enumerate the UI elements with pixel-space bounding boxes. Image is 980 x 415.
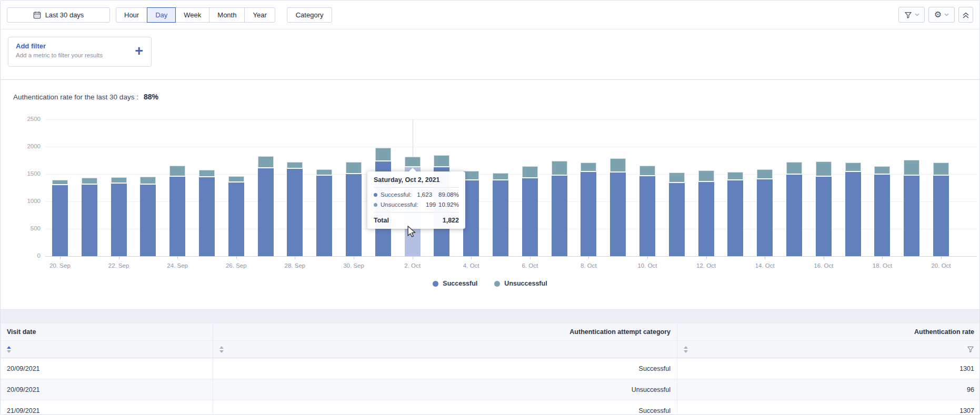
bar-27-sep[interactable] <box>258 156 274 256</box>
bar-segment-unsuccessful <box>346 162 362 174</box>
bar-13-oct[interactable] <box>727 172 743 256</box>
sort-asc-icon[interactable] <box>219 346 224 349</box>
bar-8-oct[interactable] <box>581 163 596 256</box>
bar-19-oct[interactable] <box>904 160 919 256</box>
bar-24-sep[interactable] <box>169 166 185 256</box>
bar-segment-successful <box>904 176 919 256</box>
add-filter-button[interactable]: Add filter Add a metric to filter your r… <box>8 37 152 67</box>
bar-segment-unsuccessful <box>258 156 274 168</box>
bar-segment-successful <box>552 176 567 256</box>
x-axis-label-28-sep: 28. Sep <box>285 262 306 269</box>
bar-segment-unsuccessful <box>375 148 391 161</box>
bar-segment-successful <box>346 174 362 256</box>
legend-dot-successful <box>433 281 438 287</box>
column-header-0[interactable]: Visit date <box>1 323 213 341</box>
add-filter-subtitle: Add a metric to filter your results <box>16 52 144 58</box>
bar-segment-unsuccessful <box>463 171 479 180</box>
bar-segment-unsuccessful <box>845 163 861 172</box>
sort-asc-icon[interactable] <box>7 346 11 349</box>
sort-desc-icon[interactable] <box>7 350 11 353</box>
bar-30-sep[interactable] <box>346 162 362 256</box>
chart-tooltip: Saturday, Oct 2, 2021 Successful:1,62389… <box>367 171 465 229</box>
granularity-week[interactable]: Week <box>175 7 209 23</box>
granularity-hour[interactable]: Hour <box>116 7 147 23</box>
granularity-group: HourDayWeekMonthYear <box>116 7 275 23</box>
tooltip-row-value: 1,623 <box>412 191 432 198</box>
bar-20-sep[interactable] <box>52 180 68 256</box>
bar-18-oct[interactable] <box>874 166 890 256</box>
x-axis-label-16-oct: 16. Oct <box>814 262 833 269</box>
table-header-row: Visit dateAuthentication attempt categor… <box>1 323 979 341</box>
x-axis-label-6-oct: 6. Oct <box>522 262 538 269</box>
date-range-button[interactable]: Last 30 days <box>7 7 110 23</box>
chart-section: Authentication rate for the last 30 days… <box>1 80 979 309</box>
bar-segment-successful <box>581 172 596 256</box>
category-label: Category <box>296 11 324 19</box>
bar-20-oct[interactable] <box>933 163 949 256</box>
sort-control-0[interactable] <box>7 346 11 353</box>
column-header-2[interactable]: Authentication rate <box>677 323 980 341</box>
bar-21-sep[interactable] <box>82 178 97 256</box>
table-cell: Successful <box>213 358 677 379</box>
bar-segment-successful <box>698 182 714 256</box>
legend-item-successful[interactable]: Successful <box>433 280 477 287</box>
bar-6-oct[interactable] <box>522 166 538 256</box>
granularity-year[interactable]: Year <box>244 7 275 23</box>
sort-desc-icon[interactable] <box>684 350 688 353</box>
granularity-month[interactable]: Month <box>209 7 245 23</box>
bar-segment-unsuccessful <box>287 162 303 168</box>
column-filter-icon[interactable] <box>967 346 974 353</box>
settings-dropdown-button[interactable]: ⚙ <box>928 7 955 23</box>
granularity-day[interactable]: Day <box>147 7 176 23</box>
bar-22-sep[interactable] <box>111 177 127 256</box>
bar-15-oct[interactable] <box>786 162 802 256</box>
legend-label: Successful <box>443 280 477 287</box>
bar-17-oct[interactable] <box>845 163 861 256</box>
chart-filter-dropdown-button[interactable] <box>898 7 925 23</box>
x-axis-tick <box>354 257 354 259</box>
bar-26-sep[interactable] <box>228 176 244 256</box>
bar-25-sep[interactable] <box>199 170 215 256</box>
bar-12-oct[interactable] <box>698 170 714 256</box>
bar-23-sep[interactable] <box>140 177 156 256</box>
legend-item-unsuccessful[interactable]: Unsuccessful <box>494 280 547 287</box>
x-axis-label-22-sep: 22. Sep <box>108 262 129 269</box>
bar-5-oct[interactable] <box>493 173 508 256</box>
sort-asc-icon[interactable] <box>684 346 688 349</box>
bar-segment-successful <box>169 177 185 256</box>
bar-segment-successful <box>610 173 626 256</box>
category-button[interactable]: Category <box>287 7 333 23</box>
collapse-panel-button[interactable] <box>958 7 973 23</box>
bar-10-oct[interactable] <box>639 166 655 256</box>
bar-segment-successful <box>228 183 244 256</box>
bar-segment-successful <box>816 177 832 256</box>
chart-summary-value: 88% <box>144 93 158 101</box>
section-divider <box>1 309 979 323</box>
bar-segment-successful <box>82 185 97 256</box>
table-row: 20/09/2021Unsuccessful96 <box>1 379 979 400</box>
column-header-1[interactable]: Authentication attempt category <box>213 323 677 341</box>
bar-14-oct[interactable] <box>757 169 773 256</box>
table-row: 21/09/2021Successful1307 <box>1 400 979 415</box>
bar-segment-successful <box>874 175 890 256</box>
x-axis-tick <box>882 257 883 259</box>
bar-4-oct[interactable] <box>463 171 479 256</box>
sort-control-2[interactable] <box>684 346 688 353</box>
bar-29-sep[interactable] <box>316 169 332 256</box>
bar-segment-successful <box>493 180 508 256</box>
bar-segment-successful <box>111 184 127 256</box>
plus-icon[interactable]: + <box>135 44 143 58</box>
add-filter-title: Add filter <box>16 42 144 50</box>
y-axis-label-2500: 2500 <box>11 116 41 122</box>
bar-28-sep[interactable] <box>287 162 303 256</box>
sort-control-1[interactable] <box>219 346 224 353</box>
x-axis-tick <box>471 257 472 259</box>
sort-desc-icon[interactable] <box>219 350 224 353</box>
bar-segment-unsuccessful <box>874 166 890 175</box>
bar-segment-unsuccessful <box>493 173 508 181</box>
bar-11-oct[interactable] <box>669 173 685 256</box>
bar-7-oct[interactable] <box>552 161 567 256</box>
table-row: 20/09/2021Successful1301 <box>1 358 979 379</box>
bar-9-oct[interactable] <box>610 158 626 256</box>
bar-16-oct[interactable] <box>816 161 832 256</box>
